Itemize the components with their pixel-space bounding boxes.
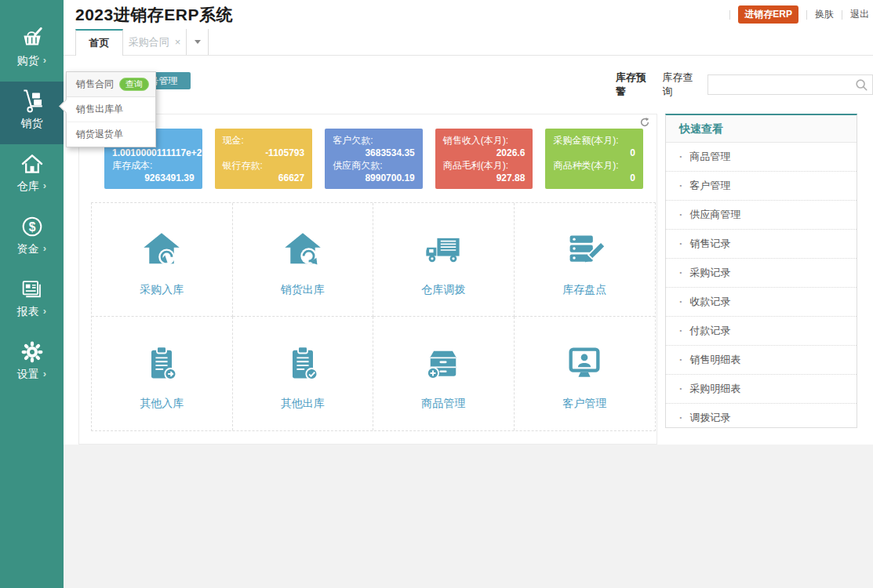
stat-value: 0 bbox=[553, 172, 635, 184]
refresh-icon[interactable] bbox=[639, 117, 650, 128]
quick-view-item-6[interactable]: 付款记录 bbox=[666, 317, 857, 346]
sales-submenu: 销售合同 查询 销售出库单 销货退货单 bbox=[66, 71, 156, 147]
stat-label: 销售收入(本月): bbox=[443, 134, 526, 147]
sidebar-item-basket[interactable]: 购货 › bbox=[0, 19, 64, 82]
sidebar-item-label: 资金 bbox=[17, 241, 39, 256]
home-icon bbox=[19, 151, 45, 177]
change-skin-link[interactable]: 换肤 bbox=[815, 8, 834, 21]
stat-label: 商品种类(本月): bbox=[553, 159, 635, 172]
stat-label: 银行存款: bbox=[223, 159, 305, 172]
shortcut-truck[interactable]: 仓库调拨 bbox=[373, 203, 515, 317]
sidebar-item-home[interactable]: 仓库 › bbox=[0, 144, 64, 207]
sidebar-menu: 购货 › 销货 仓库 › $ 资金 › 报表 › 设置 › bbox=[0, 0, 64, 395]
stat-label: 供应商欠款: bbox=[333, 159, 415, 172]
page-title: 2023进销存ERP系统 bbox=[75, 4, 233, 26]
shortcut-customer[interactable]: 客户管理 bbox=[515, 317, 656, 430]
chevron-right-icon: › bbox=[43, 306, 46, 317]
shortcut-label: 采购入库 bbox=[140, 283, 184, 297]
shortcut-label: 商品管理 bbox=[421, 397, 465, 411]
sidebar-item-label: 购货 bbox=[17, 53, 39, 67]
erp-app: 购货 › 销货 仓库 › $ 资金 › 报表 › 设置 › bbox=[0, 0, 873, 588]
submenu-item-1[interactable]: 销售出库单 bbox=[67, 97, 155, 122]
house-in-icon bbox=[141, 230, 182, 270]
tab-list-dropdown[interactable] bbox=[187, 29, 209, 55]
shortcut-label: 其他入库 bbox=[140, 397, 184, 411]
quick-view-item-7[interactable]: 销售明细表 bbox=[666, 346, 857, 375]
quick-view-item-8[interactable]: 采购明细表 bbox=[666, 375, 857, 404]
tab-home[interactable]: 首页 bbox=[75, 29, 123, 56]
close-icon[interactable]: × bbox=[175, 36, 181, 48]
tab-purchase-contract[interactable]: 采购合同 × bbox=[123, 29, 187, 55]
divider bbox=[729, 10, 730, 20]
stat-value: 2026.6 bbox=[443, 147, 526, 159]
sidebar-item-money[interactable]: $ 资金 › bbox=[0, 207, 64, 270]
tab-bar: 首页 采购合同 × bbox=[64, 29, 873, 56]
shortcut-label: 库存盘点 bbox=[562, 283, 606, 297]
chevron-right-icon: › bbox=[43, 55, 46, 66]
logout-link[interactable]: 退出 bbox=[850, 8, 869, 21]
search-icon[interactable] bbox=[854, 78, 868, 95]
chevron-right-icon: › bbox=[43, 368, 46, 379]
basket-icon bbox=[19, 25, 45, 52]
sidebar-item-settings[interactable]: 设置 › bbox=[0, 332, 64, 395]
quick-view-item-3[interactable]: 销售记录 bbox=[666, 230, 857, 259]
stat-value: 66627 bbox=[223, 172, 305, 184]
stat-value: 9263491.39 bbox=[112, 172, 195, 184]
goods-icon bbox=[423, 343, 464, 384]
query-badge[interactable]: 查询 bbox=[119, 78, 149, 91]
shortcut-label: 客户管理 bbox=[562, 397, 606, 411]
customer-icon bbox=[564, 343, 605, 384]
shortcut-house-out[interactable]: 销货出库 bbox=[233, 203, 374, 317]
clipboard-out-icon bbox=[282, 343, 323, 384]
house-out-icon bbox=[282, 230, 323, 270]
truck-icon bbox=[423, 230, 464, 270]
chevron-down-icon bbox=[195, 40, 201, 44]
sidebar-item-label: 报表 bbox=[17, 304, 39, 318]
shortcut-label: 销货出库 bbox=[281, 283, 325, 297]
stat-cards: 1.0010000111117e+2 库存成本: 9263491.39 现金: … bbox=[104, 129, 643, 189]
stat-value: -1105793 bbox=[223, 147, 305, 159]
svg-text:$: $ bbox=[28, 220, 35, 234]
quick-view-item-4[interactable]: 采购记录 bbox=[666, 259, 857, 288]
sidebar-item-report[interactable]: 报表 › bbox=[0, 270, 64, 332]
stat-card-4: 采购金额(本月): 0 商品种类(本月): 0 bbox=[545, 129, 643, 189]
chevron-right-icon: › bbox=[43, 180, 46, 191]
sidebar-item-label: 仓库 bbox=[17, 179, 39, 193]
quick-view-item-5[interactable]: 收款记录 bbox=[666, 288, 857, 317]
sidebar-item-trolley[interactable]: 销货 bbox=[0, 82, 64, 144]
stock-warning-link[interactable]: 库存预警 bbox=[616, 71, 655, 99]
stat-label: 库存成本: bbox=[112, 159, 195, 172]
topbar: 2023进销存ERP系统 进销存ERP 换肤 退出 bbox=[64, 0, 873, 29]
sidebar-item-label: 销货 bbox=[21, 116, 43, 130]
shortcut-clipboard-out[interactable]: 其他出库 bbox=[233, 317, 374, 430]
stock-search-input[interactable] bbox=[708, 75, 872, 94]
quick-view-panel: 快速查看 商品管理客户管理供应商管理销售记录采购记录收款记录付款记录销售明细表采… bbox=[665, 114, 857, 428]
shortcut-label: 仓库调拨 bbox=[421, 283, 465, 297]
shortcut-stocktake[interactable]: 库存盘点 bbox=[515, 203, 656, 317]
stat-card-3: 销售收入(本月): 2026.6 商品毛利(本月): 927.88 bbox=[435, 129, 533, 189]
stat-value: 0 bbox=[553, 147, 635, 159]
tab-home-label: 首页 bbox=[89, 36, 110, 50]
stock-toolbar: 库存预警 库存查询 bbox=[616, 71, 873, 99]
shortcut-grid: 采购入库 销货出库 仓库调拨 库存盘点 其他入库 其他出库 商品管理 客户管理 bbox=[91, 202, 656, 431]
quick-view-item-9[interactable]: 调拨记录 bbox=[666, 404, 857, 432]
quick-view-item-2[interactable]: 供应商管理 bbox=[666, 201, 857, 230]
shortcut-house-in[interactable]: 采购入库 bbox=[92, 203, 233, 317]
stock-search-box bbox=[707, 74, 873, 95]
shortcut-clipboard-in[interactable]: 其他入库 bbox=[92, 317, 233, 430]
erp-version-badge[interactable]: 进销存ERP bbox=[738, 5, 798, 24]
quick-view-list: 商品管理客户管理供应商管理销售记录采购记录收款记录付款记录销售明细表采购明细表调… bbox=[666, 143, 857, 432]
divider bbox=[842, 10, 842, 20]
shortcut-goods[interactable]: 商品管理 bbox=[373, 317, 515, 430]
stat-label: 现金: bbox=[223, 134, 305, 147]
stat-label: 客户欠款: bbox=[333, 134, 415, 147]
quick-view-item-0[interactable]: 商品管理 bbox=[666, 143, 857, 172]
stat-value: 927.88 bbox=[443, 172, 526, 184]
stock-query-link[interactable]: 库存查询 bbox=[663, 71, 702, 99]
tab-purchase-contract-label: 采购合同 bbox=[129, 35, 169, 49]
stat-label: 商品毛利(本月): bbox=[443, 159, 526, 172]
submenu-item-0[interactable]: 销售合同 查询 bbox=[67, 72, 155, 97]
dashboard-panel: 1.0010000111117e+2 库存成本: 9263491.39 现金: … bbox=[78, 114, 657, 445]
quick-view-item-1[interactable]: 客户管理 bbox=[666, 172, 857, 201]
submenu-item-2[interactable]: 销货退货单 bbox=[67, 122, 155, 147]
